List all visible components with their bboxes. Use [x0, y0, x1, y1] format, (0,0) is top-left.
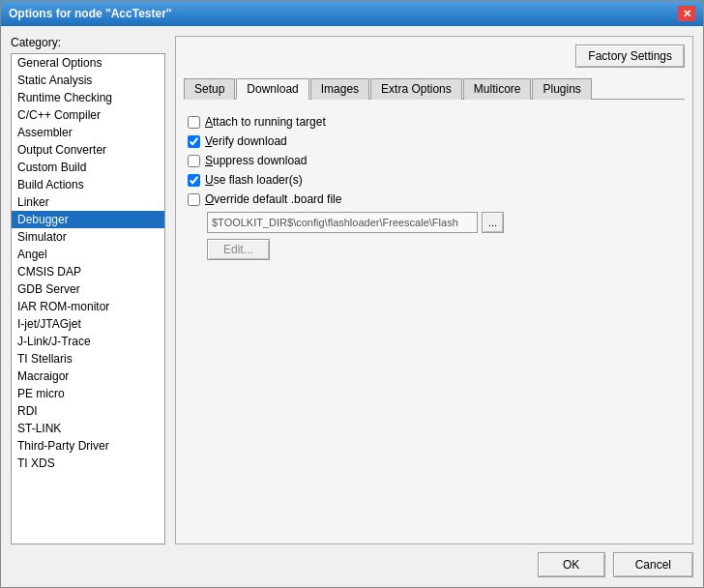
- category-item-pe-micro[interactable]: PE micro: [12, 385, 164, 402]
- category-item-linker[interactable]: Linker: [12, 193, 164, 211]
- tab-multicore[interactable]: Multicore: [463, 78, 532, 100]
- category-item-simulator[interactable]: Simulator: [12, 228, 164, 246]
- attach-underline: A: [205, 115, 213, 129]
- tab-setup[interactable]: Setup: [184, 78, 235, 100]
- category-item-ti-stellaris[interactable]: TI Stellaris: [12, 350, 164, 368]
- category-item-output-converter[interactable]: Output Converter: [12, 141, 164, 159]
- tab-plugins[interactable]: Plugins: [532, 78, 591, 100]
- category-item-ti-xds[interactable]: TI XDS: [12, 455, 164, 472]
- factory-settings-button[interactable]: Factory Settings: [575, 44, 685, 68]
- use-flash-loader-checkbox[interactable]: [188, 174, 200, 187]
- factory-settings-row: Factory Settings: [184, 44, 685, 68]
- verify-download-row: Verify download: [188, 134, 681, 148]
- window: Options for node "AccTester" ✕ Category:…: [0, 0, 704, 588]
- cancel-button[interactable]: Cancel: [613, 552, 693, 577]
- verify-label[interactable]: Verify download: [205, 134, 287, 148]
- suppress-underline: S: [205, 154, 213, 167]
- tab-images[interactable]: Images: [310, 78, 369, 100]
- use-flash-loader-label[interactable]: Use flash loader(s): [205, 173, 303, 187]
- title-bar: Options for node "AccTester" ✕: [1, 1, 703, 26]
- override-label[interactable]: Override default .board file: [205, 192, 341, 206]
- override-row: Override default .board file: [188, 192, 681, 206]
- suppress-download-row: Suppress download: [188, 154, 681, 167]
- flash-underline: U: [205, 173, 214, 187]
- right-panel: Factory Settings SetupDownloadImagesExtr…: [175, 36, 693, 544]
- override-underline: O: [205, 192, 214, 206]
- category-item-gdb-server[interactable]: GDB Server: [12, 280, 164, 298]
- close-button[interactable]: ✕: [678, 6, 695, 21]
- path-input[interactable]: [207, 212, 478, 233]
- category-item-static-analysis[interactable]: Static Analysis: [12, 72, 164, 89]
- body-row: Category: General OptionsStatic Analysis…: [11, 36, 693, 544]
- browse-button[interactable]: ...: [482, 212, 504, 233]
- ok-button[interactable]: OK: [538, 552, 605, 577]
- category-list: General OptionsStatic AnalysisRuntime Ch…: [11, 53, 165, 544]
- verify-checkbox[interactable]: [188, 135, 200, 148]
- category-label: Category:: [11, 36, 165, 49]
- category-item-st-link[interactable]: ST-LINK: [12, 420, 164, 437]
- window-title: Options for node "AccTester": [9, 7, 172, 20]
- category-item-assembler[interactable]: Assembler: [12, 124, 164, 141]
- category-item-general-options[interactable]: General Options: [12, 54, 164, 72]
- category-item-cmsis-dap[interactable]: CMSIS DAP: [12, 263, 164, 280]
- override-checkbox[interactable]: [188, 193, 200, 206]
- category-item-rdi[interactable]: RDI: [12, 402, 164, 420]
- main-content: Category: General OptionsStatic Analysis…: [1, 26, 703, 587]
- suppress-label[interactable]: Suppress download: [205, 154, 307, 167]
- category-item-j-link-j-trace[interactable]: J-Link/J-Trace: [12, 333, 164, 350]
- bottom-row: OK Cancel: [11, 544, 693, 577]
- suppress-checkbox[interactable]: [188, 155, 200, 167]
- category-item-i-jet-jtagjet[interactable]: I-jet/JTAGjet: [12, 315, 164, 333]
- category-item-macraigor[interactable]: Macraigor: [12, 368, 164, 385]
- path-row: ...: [207, 212, 681, 233]
- category-item-iar-rom-monitor[interactable]: IAR ROM-monitor: [12, 298, 164, 315]
- options-area: Attach to running target Verify download…: [184, 109, 685, 536]
- category-item-angel[interactable]: Angel: [12, 246, 164, 263]
- edit-button[interactable]: Edit...: [207, 239, 270, 260]
- category-panel: Category: General OptionsStatic Analysis…: [11, 36, 165, 544]
- edit-btn-row: Edit...: [207, 239, 681, 260]
- attach-checkbox[interactable]: [188, 116, 200, 129]
- category-item-third-party-driver[interactable]: Third-Party Driver: [12, 437, 164, 455]
- category-item-build-actions[interactable]: Build Actions: [12, 176, 164, 193]
- attach-label[interactable]: Attach to running target: [205, 115, 326, 129]
- tab-extra-options[interactable]: Extra Options: [370, 78, 462, 100]
- tab-download[interactable]: Download: [236, 78, 308, 100]
- category-item-custom-build[interactable]: Custom Build: [12, 159, 164, 176]
- category-item-runtime-checking[interactable]: Runtime Checking: [12, 89, 164, 106]
- category-item-debugger[interactable]: Debugger: [12, 211, 164, 228]
- override-section: Override default .board file ... Edit...: [188, 192, 681, 260]
- attach-to-running-row: Attach to running target: [188, 115, 681, 129]
- use-flash-loader-row: Use flash loader(s): [188, 173, 681, 187]
- tab-bar: SetupDownloadImagesExtra OptionsMulticor…: [184, 77, 685, 100]
- category-item-cpp-compiler[interactable]: C/C++ Compiler: [12, 106, 164, 124]
